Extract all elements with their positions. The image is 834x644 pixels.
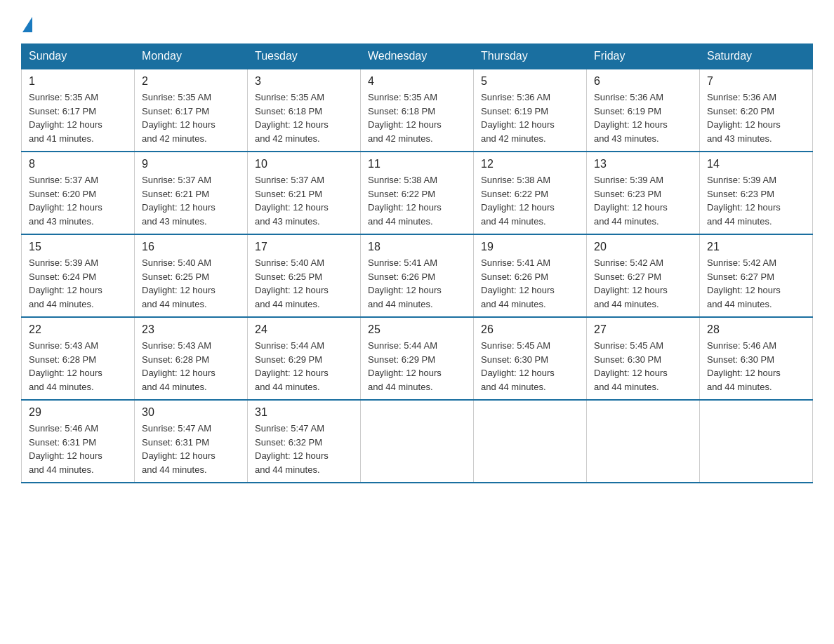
day-number: 22 — [29, 323, 127, 336]
day-info: Sunrise: 5:37 AM Sunset: 6:20 PM Dayligh… — [29, 173, 127, 228]
day-info: Sunrise: 5:39 AM Sunset: 6:24 PM Dayligh… — [29, 256, 127, 311]
calendar-cell — [361, 400, 474, 483]
day-number: 13 — [594, 158, 692, 170]
calendar-cell: 23 Sunrise: 5:43 AM Sunset: 6:28 PM Dayl… — [135, 317, 248, 400]
day-info: Sunrise: 5:43 AM Sunset: 6:28 PM Dayligh… — [142, 339, 240, 394]
calendar-cell: 29 Sunrise: 5:46 AM Sunset: 6:31 PM Dayl… — [22, 400, 135, 483]
day-info: Sunrise: 5:35 AM Sunset: 6:18 PM Dayligh… — [368, 90, 466, 145]
day-info: Sunrise: 5:37 AM Sunset: 6:21 PM Dayligh… — [142, 173, 240, 228]
day-number: 14 — [707, 158, 805, 170]
day-number: 18 — [368, 241, 466, 253]
calendar-week-row: 1 Sunrise: 5:35 AM Sunset: 6:17 PM Dayli… — [22, 69, 813, 152]
day-info: Sunrise: 5:36 AM Sunset: 6:19 PM Dayligh… — [594, 90, 692, 145]
day-header-saturday: Saturday — [700, 44, 813, 69]
day-number: 21 — [707, 241, 805, 253]
day-number: 12 — [481, 158, 579, 170]
day-info: Sunrise: 5:39 AM Sunset: 6:23 PM Dayligh… — [707, 173, 805, 228]
day-number: 8 — [29, 158, 127, 170]
day-number: 25 — [368, 323, 466, 336]
day-header-sunday: Sunday — [22, 44, 135, 69]
calendar-cell: 13 Sunrise: 5:39 AM Sunset: 6:23 PM Dayl… — [587, 152, 700, 234]
calendar-week-row: 22 Sunrise: 5:43 AM Sunset: 6:28 PM Dayl… — [22, 317, 813, 400]
day-number: 17 — [255, 241, 353, 253]
day-info: Sunrise: 5:42 AM Sunset: 6:27 PM Dayligh… — [707, 256, 805, 311]
day-info: Sunrise: 5:45 AM Sunset: 6:30 PM Dayligh… — [481, 339, 579, 394]
day-info: Sunrise: 5:37 AM Sunset: 6:21 PM Dayligh… — [255, 173, 353, 228]
day-number: 7 — [707, 75, 805, 88]
day-header-monday: Monday — [135, 44, 248, 69]
day-number: 20 — [594, 241, 692, 253]
day-info: Sunrise: 5:41 AM Sunset: 6:26 PM Dayligh… — [481, 256, 579, 311]
day-info: Sunrise: 5:46 AM Sunset: 6:31 PM Dayligh… — [29, 422, 127, 476]
day-header-tuesday: Tuesday — [248, 44, 361, 69]
day-number: 4 — [368, 75, 466, 88]
day-info: Sunrise: 5:35 AM Sunset: 6:18 PM Dayligh… — [255, 90, 353, 145]
day-number: 5 — [481, 75, 579, 88]
calendar-cell — [587, 400, 700, 483]
calendar-cell — [474, 400, 587, 483]
day-number: 16 — [142, 241, 240, 253]
calendar-cell: 12 Sunrise: 5:38 AM Sunset: 6:22 PM Dayl… — [474, 152, 587, 234]
day-info: Sunrise: 5:40 AM Sunset: 6:25 PM Dayligh… — [255, 256, 353, 311]
calendar-cell: 17 Sunrise: 5:40 AM Sunset: 6:25 PM Dayl… — [248, 234, 361, 317]
day-info: Sunrise: 5:35 AM Sunset: 6:17 PM Dayligh… — [142, 90, 240, 145]
day-number: 1 — [29, 75, 127, 88]
logo — [21, 14, 32, 29]
day-header-friday: Friday — [587, 44, 700, 69]
day-number: 27 — [594, 323, 692, 336]
day-number: 3 — [255, 75, 353, 88]
day-number: 9 — [142, 158, 240, 170]
calendar-cell: 6 Sunrise: 5:36 AM Sunset: 6:19 PM Dayli… — [587, 69, 700, 152]
calendar-cell: 26 Sunrise: 5:45 AM Sunset: 6:30 PM Dayl… — [474, 317, 587, 400]
calendar-cell: 25 Sunrise: 5:44 AM Sunset: 6:29 PM Dayl… — [361, 317, 474, 400]
day-number: 6 — [594, 75, 692, 88]
day-info: Sunrise: 5:45 AM Sunset: 6:30 PM Dayligh… — [594, 339, 692, 394]
day-header-thursday: Thursday — [474, 44, 587, 69]
calendar-cell: 4 Sunrise: 5:35 AM Sunset: 6:18 PM Dayli… — [361, 69, 474, 152]
day-info: Sunrise: 5:42 AM Sunset: 6:27 PM Dayligh… — [594, 256, 692, 311]
day-number: 26 — [481, 323, 579, 336]
day-info: Sunrise: 5:36 AM Sunset: 6:19 PM Dayligh… — [481, 90, 579, 145]
day-number: 11 — [368, 158, 466, 170]
calendar-cell: 7 Sunrise: 5:36 AM Sunset: 6:20 PM Dayli… — [700, 69, 813, 152]
day-info: Sunrise: 5:47 AM Sunset: 6:31 PM Dayligh… — [142, 422, 240, 476]
day-info: Sunrise: 5:35 AM Sunset: 6:17 PM Dayligh… — [29, 90, 127, 145]
calendar-cell: 31 Sunrise: 5:47 AM Sunset: 6:32 PM Dayl… — [248, 400, 361, 483]
day-info: Sunrise: 5:43 AM Sunset: 6:28 PM Dayligh… — [29, 339, 127, 394]
day-number: 31 — [255, 406, 353, 419]
day-number: 29 — [29, 406, 127, 419]
day-header-wednesday: Wednesday — [361, 44, 474, 69]
calendar-cell: 9 Sunrise: 5:37 AM Sunset: 6:21 PM Dayli… — [135, 152, 248, 234]
day-number: 24 — [255, 323, 353, 336]
calendar-cell: 5 Sunrise: 5:36 AM Sunset: 6:19 PM Dayli… — [474, 69, 587, 152]
day-info: Sunrise: 5:38 AM Sunset: 6:22 PM Dayligh… — [368, 173, 466, 228]
calendar-cell: 19 Sunrise: 5:41 AM Sunset: 6:26 PM Dayl… — [474, 234, 587, 317]
calendar-week-row: 15 Sunrise: 5:39 AM Sunset: 6:24 PM Dayl… — [22, 234, 813, 317]
day-number: 15 — [29, 241, 127, 253]
calendar-cell: 20 Sunrise: 5:42 AM Sunset: 6:27 PM Dayl… — [587, 234, 700, 317]
calendar-cell: 3 Sunrise: 5:35 AM Sunset: 6:18 PM Dayli… — [248, 69, 361, 152]
day-info: Sunrise: 5:46 AM Sunset: 6:30 PM Dayligh… — [707, 339, 805, 394]
day-number: 30 — [142, 406, 240, 419]
calendar-cell: 28 Sunrise: 5:46 AM Sunset: 6:30 PM Dayl… — [700, 317, 813, 400]
calendar-cell: 24 Sunrise: 5:44 AM Sunset: 6:29 PM Dayl… — [248, 317, 361, 400]
day-number: 23 — [142, 323, 240, 336]
calendar-cell: 30 Sunrise: 5:47 AM Sunset: 6:31 PM Dayl… — [135, 400, 248, 483]
calendar-cell: 21 Sunrise: 5:42 AM Sunset: 6:27 PM Dayl… — [700, 234, 813, 317]
calendar-cell: 2 Sunrise: 5:35 AM Sunset: 6:17 PM Dayli… — [135, 69, 248, 152]
day-number: 19 — [481, 241, 579, 253]
day-info: Sunrise: 5:36 AM Sunset: 6:20 PM Dayligh… — [707, 90, 805, 145]
calendar-cell: 8 Sunrise: 5:37 AM Sunset: 6:20 PM Dayli… — [22, 152, 135, 234]
day-info: Sunrise: 5:47 AM Sunset: 6:32 PM Dayligh… — [255, 422, 353, 476]
calendar-cell: 10 Sunrise: 5:37 AM Sunset: 6:21 PM Dayl… — [248, 152, 361, 234]
calendar-header-row: SundayMondayTuesdayWednesdayThursdayFrid… — [22, 44, 813, 69]
day-info: Sunrise: 5:44 AM Sunset: 6:29 PM Dayligh… — [255, 339, 353, 394]
logo-arrow-icon — [22, 17, 32, 32]
day-info: Sunrise: 5:40 AM Sunset: 6:25 PM Dayligh… — [142, 256, 240, 311]
day-number: 10 — [255, 158, 353, 170]
calendar-cell: 14 Sunrise: 5:39 AM Sunset: 6:23 PM Dayl… — [700, 152, 813, 234]
calendar-cell — [700, 400, 813, 483]
calendar-cell: 15 Sunrise: 5:39 AM Sunset: 6:24 PM Dayl… — [22, 234, 135, 317]
calendar-cell: 16 Sunrise: 5:40 AM Sunset: 6:25 PM Dayl… — [135, 234, 248, 317]
calendar-cell: 1 Sunrise: 5:35 AM Sunset: 6:17 PM Dayli… — [22, 69, 135, 152]
